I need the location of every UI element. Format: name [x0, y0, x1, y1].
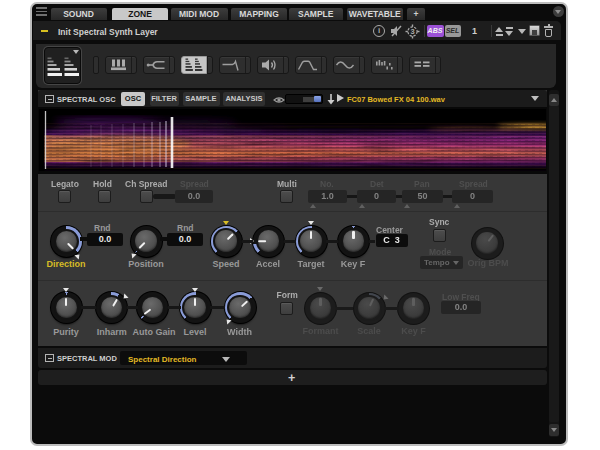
svg-text:3: 3 [410, 27, 414, 36]
